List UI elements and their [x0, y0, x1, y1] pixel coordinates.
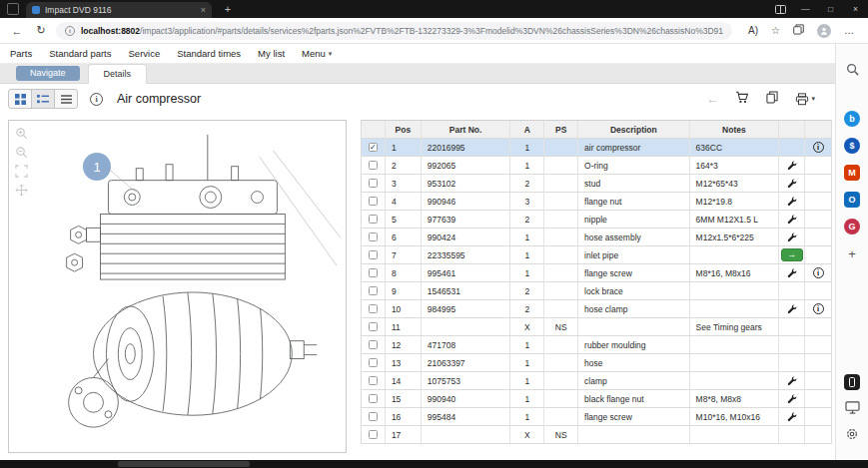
grid-view-button[interactable] [8, 89, 32, 109]
copy-icon[interactable] [766, 90, 778, 108]
table-row[interactable]: 5 977639 2 nipple 6MM M12X1.5 L [361, 211, 832, 229]
wrench-icon[interactable] [786, 178, 797, 189]
wrench-icon[interactable] [786, 267, 797, 278]
row-checkbox[interactable] [369, 286, 378, 295]
nav-item-standard-parts[interactable]: Standard parts [49, 48, 111, 59]
table-row[interactable]: 16 995484 1 flange screw M10*16, M10x16 [361, 408, 832, 426]
address-bar[interactable]: i localhost:8802/impact3/application/#pa… [56, 22, 732, 40]
table-row[interactable]: 11 X NS See Timing gears [361, 318, 832, 336]
outlook-icon[interactable]: O [836, 189, 868, 211]
cart-icon[interactable] [735, 90, 749, 108]
windows-taskbar[interactable] [0, 460, 868, 468]
row-checkbox[interactable]: ✓ [369, 143, 378, 152]
table-row[interactable]: 4 990946 3 flange nut M12*19.8 [361, 193, 832, 211]
wrench-icon[interactable] [786, 214, 797, 225]
zoom-in-icon[interactable] [15, 127, 28, 140]
table-row[interactable]: 7 22335595 1 inlet pipe → [361, 246, 832, 264]
table-row[interactable]: 13 21063397 1 hose [361, 354, 832, 372]
games-icon[interactable]: G [836, 216, 868, 237]
table-row[interactable]: 3 953102 2 stud M12*65*43 [361, 175, 832, 193]
table-row[interactable]: 12 471708 1 rubber moulding [361, 336, 832, 354]
table-row[interactable]: 2 992065 1 O-ring 164*3 [361, 157, 832, 175]
tab-navigate[interactable]: Navigate [16, 66, 80, 81]
row-checkbox[interactable] [369, 250, 378, 259]
row-checkbox[interactable] [369, 179, 378, 188]
row-checkbox[interactable] [369, 340, 378, 349]
phone-link-icon[interactable] [836, 371, 868, 393]
pan-icon[interactable] [15, 184, 28, 197]
table-row[interactable]: ✓ 1 22016995 1 air compressor 636CC i [361, 139, 832, 157]
taskbar-apps-area[interactable] [118, 461, 250, 467]
split-screen-icon[interactable] [768, 0, 793, 18]
search-icon[interactable] [836, 60, 868, 82]
wrench-icon[interactable] [786, 375, 797, 386]
row-checkbox[interactable] [369, 430, 378, 439]
collections-icon[interactable] [793, 24, 804, 37]
wrench-icon[interactable] [786, 232, 797, 242]
info-button[interactable]: i [90, 93, 103, 106]
back-arrow-icon[interactable]: ← [706, 92, 718, 106]
back-icon[interactable]: ← [8, 25, 26, 37]
info-icon[interactable]: i [813, 267, 824, 278]
profile-avatar[interactable] [817, 24, 831, 38]
drawing-panel[interactable]: 1 [8, 120, 347, 453]
microsoft-365-icon[interactable]: M [836, 162, 868, 184]
hamburger-view-button[interactable] [54, 89, 78, 109]
row-checkbox[interactable] [369, 233, 378, 241]
nav-item-menu[interactable]: Menu ▾ [302, 48, 332, 59]
more-icon[interactable]: … [844, 25, 854, 36]
table-row[interactable]: 6 990424 1 hose assembly M12x1.5*6*225 [361, 229, 832, 246]
close-button[interactable]: × [843, 0, 868, 18]
print-button[interactable]: ▾ [795, 93, 815, 106]
goto-button[interactable]: → [781, 248, 803, 261]
row-checkbox[interactable] [369, 412, 378, 421]
workspaces-icon[interactable] [7, 3, 19, 15]
site-info-icon[interactable]: i [65, 26, 75, 36]
tab-close-icon[interactable]: × [201, 5, 206, 15]
tab-details[interactable]: Details [88, 64, 148, 84]
browser-tab[interactable]: Impact DVD 9116 × [26, 2, 212, 18]
table-row[interactable]: 10 984995 2 hose clamp i [361, 300, 832, 318]
row-checkbox[interactable] [369, 268, 378, 277]
nav-item-standard-times[interactable]: Standard times [177, 48, 241, 59]
wrench-icon[interactable] [786, 393, 797, 404]
zoom-out-icon[interactable] [15, 146, 28, 159]
nav-item-parts[interactable]: Parts [10, 48, 32, 59]
wrench-icon[interactable] [786, 411, 797, 422]
wrench-icon[interactable] [786, 303, 797, 314]
refresh-icon[interactable]: ↻ [32, 24, 50, 37]
info-icon[interactable]: i [813, 142, 824, 153]
table-row[interactable]: 15 990940 1 black flange nut M8*8, M8x8 [361, 390, 832, 408]
table-row[interactable]: 8 995461 1 flange screw M8*16, M8x16 i [361, 264, 832, 282]
row-checkbox[interactable] [369, 376, 378, 385]
maximize-button[interactable]: □ [818, 0, 843, 18]
row-checkbox[interactable] [369, 161, 378, 170]
callout-balloon[interactable]: 1 [83, 153, 111, 181]
table-row[interactable]: 17 X NS [361, 426, 832, 444]
row-checkbox[interactable] [369, 197, 378, 206]
favorites-icon[interactable]: ☆ [771, 25, 780, 36]
row-checkbox[interactable] [369, 322, 378, 331]
nav-item-service[interactable]: Service [129, 48, 161, 59]
table-row[interactable]: 14 1075753 1 clamp [361, 372, 832, 390]
new-tab-button[interactable]: + [220, 0, 236, 18]
wrench-icon[interactable] [786, 160, 797, 171]
table-row[interactable]: 9 1546531 2 lock brace [361, 282, 832, 300]
shopping-icon[interactable]: $ [836, 135, 868, 157]
read-aloud-icon[interactable]: A) [748, 25, 758, 36]
add-icon[interactable]: + [836, 242, 868, 264]
nav-item-my-list[interactable]: My list [258, 48, 285, 59]
info-icon[interactable]: i [813, 303, 824, 314]
row-checkbox[interactable] [369, 358, 378, 367]
wrench-icon[interactable] [786, 196, 797, 207]
print-caret-icon[interactable]: ▾ [811, 95, 815, 103]
fit-screen-icon[interactable] [15, 165, 28, 178]
settings-icon[interactable] [836, 425, 868, 447]
row-checkbox[interactable] [369, 215, 378, 224]
row-checkbox[interactable] [369, 304, 378, 313]
list-view-button[interactable] [31, 89, 55, 109]
cast-icon[interactable] [836, 398, 868, 420]
row-checkbox[interactable] [369, 394, 378, 403]
minimize-button[interactable]: — [793, 0, 818, 18]
copilot-icon[interactable]: b [836, 108, 868, 130]
